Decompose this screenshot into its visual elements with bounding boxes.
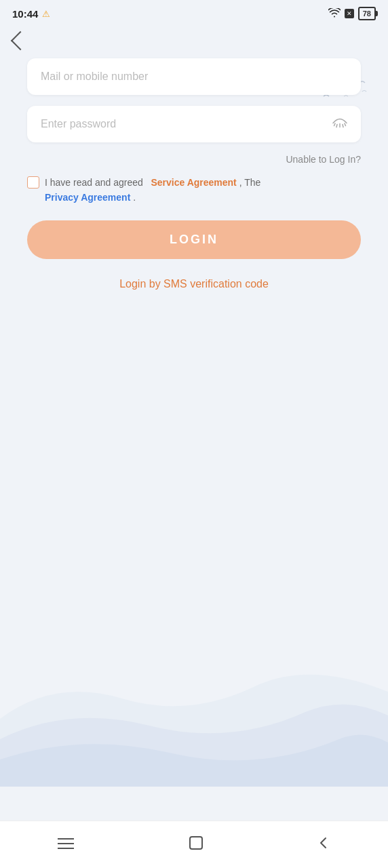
password-input[interactable] (27, 106, 361, 142)
email-input[interactable] (27, 58, 361, 95)
svg-line-3 (334, 123, 336, 126)
unable-login-text[interactable]: Unable to Log In? (286, 154, 361, 165)
status-icons: ✕ 78 (328, 7, 376, 20)
password-wrapper (27, 106, 361, 142)
status-bar: 10:44 ⚠ ✕ 78 (0, 0, 388, 24)
agreement-row: I have read and agreed Service Agreement… (27, 175, 361, 205)
nav-back-icon[interactable] (318, 835, 330, 854)
wifi-icon (328, 8, 341, 20)
battery-indicator: 78 (358, 7, 376, 20)
bottom-navigation (0, 821, 388, 868)
eye-toggle-icon[interactable] (331, 117, 349, 132)
agreement-comma: , The (239, 177, 261, 188)
login-button[interactable]: LOGIN (27, 220, 361, 259)
alert-icon: ⚠ (42, 9, 50, 19)
nav-home-icon[interactable] (189, 835, 203, 854)
main-content: Unable to Log In? I have read and agreed… (0, 24, 388, 290)
status-time: 10:44 (12, 8, 38, 20)
back-button[interactable] (9, 30, 31, 54)
agreement-text: I have read and agreed Service Agreement… (45, 175, 361, 205)
back-chevron-icon (11, 31, 30, 50)
unable-login-row: Unable to Log In? (27, 153, 361, 165)
agreement-checkbox[interactable] (27, 176, 39, 189)
sim-icon: ✕ (345, 9, 354, 18)
privacy-agreement-link[interactable]: Privacy Agreement (45, 192, 130, 203)
agreement-prefix: I have read and agreed (45, 177, 143, 188)
nav-menu-icon[interactable] (58, 836, 74, 854)
svg-rect-8 (190, 837, 202, 849)
svg-line-4 (345, 123, 346, 126)
service-agreement-link[interactable]: Service Agreement (151, 177, 236, 188)
sms-login-link[interactable]: Login by SMS verification code (27, 278, 361, 290)
agreement-period: . (133, 192, 136, 203)
svg-line-1 (336, 125, 337, 127)
svg-line-2 (343, 125, 343, 127)
